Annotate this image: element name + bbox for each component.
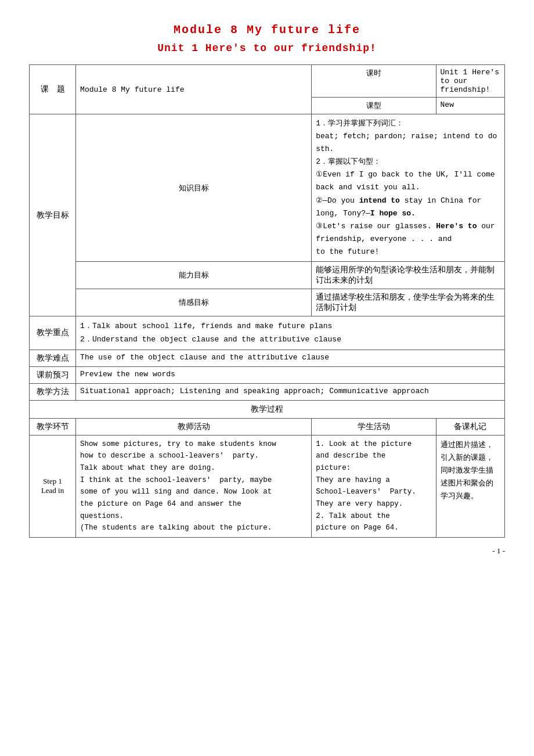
type-value: New <box>436 98 504 114</box>
type-label: 课型 <box>312 98 436 114</box>
preview-label: 课前预习 <box>30 366 76 383</box>
method-label: 教学方法 <box>30 383 76 400</box>
process-col-notes: 备课札记 <box>436 418 504 435</box>
key-content: 1．Talk about school life, friends and ma… <box>76 316 505 350</box>
goal-label: 教学目标 <box>30 114 76 316</box>
step1-env: Step 1 Lead in <box>30 435 76 537</box>
step1-student: 1. Look at the picture and describe the … <box>312 435 436 537</box>
ability-content: 能够运用所学的句型谈论学校生活和朋友，并能制订出未来的计划 <box>312 262 505 289</box>
process-col-env: 教学环节 <box>30 418 76 435</box>
method-content: Situational approach; Listening and spea… <box>76 383 505 400</box>
process-col-student: 学生活动 <box>312 418 436 435</box>
process-col-teacher: 教师活动 <box>76 418 312 435</box>
ability-label: 能力目标 <box>76 262 312 289</box>
preview-content: Preview the new words <box>76 366 505 383</box>
time-label: 课时 <box>312 65 436 98</box>
page-number: - 1 - <box>29 546 505 556</box>
knowledge-label: 知识目标 <box>76 114 312 262</box>
difficult-label: 教学难点 <box>30 350 76 366</box>
knowledge-content: 1．学习并掌握下列词汇： beat; fetch; pardon; raise;… <box>312 114 505 262</box>
step1-notes: 通过图片描述，引入新的课题，同时激发学生描述图片和聚会的学习兴趣。 <box>436 435 504 537</box>
process-header: 教学过程 <box>30 400 505 418</box>
key-label: 教学重点 <box>30 316 76 350</box>
subject-label: 课 题 <box>30 65 76 114</box>
subject-value: Module 8 My future life <box>76 65 312 114</box>
page-subtitle: Unit 1 Here's to our friendship! <box>29 42 505 54</box>
emotion-label: 情感目标 <box>76 289 312 316</box>
emotion-content: 通过描述学校生活和朋友，使学生学会为将来的生活制订计划 <box>312 289 505 316</box>
time-value: Unit 1 Here's to our friendship! <box>436 65 504 98</box>
page-title: Module 8 My future life <box>29 23 505 37</box>
step1-teacher: Show some pictures, try to make students… <box>76 435 312 537</box>
difficult-content: The use of the object clause and the att… <box>76 350 505 366</box>
